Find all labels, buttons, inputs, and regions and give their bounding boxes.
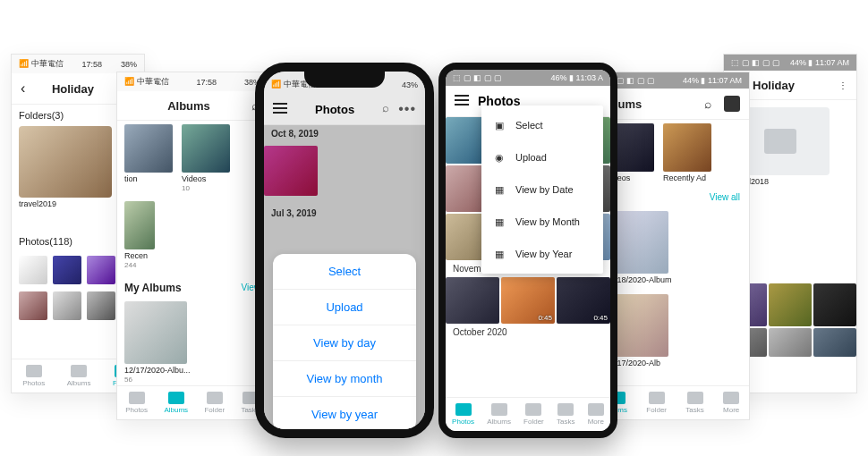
back-icon[interactable]: ‹ [21, 80, 25, 97]
page-title: Albums [167, 99, 210, 113]
photo-thumb[interactable] [769, 283, 812, 326]
menu-select[interactable]: ▣ Select [481, 109, 603, 141]
nav-more[interactable]: More [723, 392, 739, 414]
photo-thumb[interactable] [813, 283, 856, 326]
category-card[interactable]: Recently Ad [663, 123, 711, 183]
bottom-nav: Photos Albums Folder Tasks [117, 385, 268, 419]
photo-thumb[interactable] [19, 256, 47, 284]
nav-photos[interactable]: Photos [22, 365, 45, 387]
page-title: Holiday [52, 82, 94, 96]
status-right: 44% ▮ 11:07 AM [683, 76, 742, 85]
battery-label: 43% [402, 80, 418, 89]
more-icon[interactable]: ••• [398, 101, 416, 117]
photo-thumb[interactable] [53, 256, 81, 284]
nav-albums[interactable]: Albums [487, 403, 511, 426]
photo-thumb[interactable] [813, 328, 856, 357]
viewall-link[interactable]: View all [710, 192, 740, 202]
menu-upload[interactable]: ◉ Upload [481, 141, 603, 173]
notch [304, 72, 385, 88]
search-icon[interactable]: ⌕ [382, 101, 389, 117]
page-title: Holiday [745, 79, 838, 92]
video-thumb[interactable]: 0:45 [501, 277, 555, 324]
grid-icon: ▦ [492, 215, 506, 229]
nav-albums[interactable]: Albums [67, 365, 91, 387]
sheet-view-month[interactable]: View by month [273, 360, 416, 396]
nav-photos[interactable]: Photos [125, 392, 148, 414]
action-sheet: Select Upload View by day View by month … [273, 254, 416, 438]
battery-label: 38% [121, 60, 137, 69]
context-menu: ▣ Select ◉ Upload ▦ View by Date ▦ View … [481, 106, 603, 274]
avatar-icon[interactable] [724, 96, 740, 112]
nav-photos[interactable]: Photos [452, 403, 474, 426]
carrier-label: 📶 中華電信 [124, 76, 169, 88]
photo-thumb[interactable] [446, 277, 499, 324]
sheet-view-year[interactable]: View by year [273, 396, 416, 432]
menu-icon[interactable] [273, 101, 287, 117]
page-title: Photos [315, 103, 354, 116]
category-card[interactable]: Recen 244 [124, 201, 155, 269]
category-card[interactable]: tion [124, 124, 173, 192]
grid-icon: ▦ [492, 247, 506, 261]
sheet-view-day[interactable]: View by day [273, 325, 416, 360]
menu-view-year[interactable]: ▦ View by Year [481, 238, 603, 270]
status-bar: ⬚ ▢ ◧ ▢ ▢ 46% ▮ 11:03 A [446, 70, 610, 86]
category-card[interactable]: Videos 10 [182, 124, 230, 192]
menu-view-date[interactable]: ▦ View by Date [481, 173, 603, 206]
camera-icon: ◉ [492, 150, 506, 165]
photo-thumb[interactable] [19, 291, 47, 320]
carrier-label: 📶 中華電信 [19, 58, 64, 70]
bottom-nav: Photos Albums Folder Tasks More [446, 397, 610, 431]
menu-view-month[interactable]: ▦ View by Month [481, 206, 603, 238]
grid-icon: ▦ [492, 182, 506, 197]
folder-icon [764, 129, 796, 154]
nav-folder[interactable]: Folder [646, 392, 667, 414]
status-right: 46% ▮ 11:03 A [550, 73, 603, 82]
album-card[interactable]: 12/17/2020-Albu... 56 [124, 301, 191, 384]
status-bar: 📶 中華電信 17:58 38% [12, 55, 144, 73]
more-vert-icon[interactable]: ⋮ [838, 80, 847, 90]
status-bar: ⬚ ▢ ◧ ▢ ▢ 44% ▮ 11:07 AM [724, 55, 856, 71]
photo-thumb[interactable] [53, 291, 81, 320]
nav-albums[interactable]: Albums [164, 392, 188, 414]
clock-label: 17:58 [81, 60, 102, 69]
photo-thumb[interactable] [769, 328, 812, 357]
nav-folder[interactable]: Folder [523, 403, 544, 426]
status-icons: ⬚ ▢ ◧ ▢ ▢ [453, 73, 502, 82]
nav-tasks[interactable]: Tasks [685, 392, 703, 414]
nav-bar: lbums ⌕ [599, 89, 749, 120]
status-right: 44% ▮ 11:07 AM [790, 58, 849, 67]
select-icon: ▣ [492, 118, 506, 132]
nav-more[interactable]: More [588, 403, 604, 426]
photo-thumb[interactable] [87, 291, 115, 320]
myalbums-heading: My Albums [124, 282, 182, 294]
nav-bar: Albums ⌕ [117, 91, 268, 121]
bottom-nav: lbums Folder Tasks More [599, 385, 749, 419]
video-duration: 0:45 [593, 314, 608, 322]
nav-folder[interactable]: Folder [204, 392, 225, 414]
nav-bar: Photos ⌕ ••• [264, 94, 425, 125]
status-bar: 📶 中華電信 17:58 38% [117, 72, 268, 91]
video-thumb[interactable]: 0:45 [557, 277, 610, 324]
status-icons: ⬚ ▢ ◧ ▢ ▢ [731, 58, 780, 67]
nav-tasks[interactable]: Tasks [557, 403, 574, 426]
sheet-select[interactable]: Select [273, 254, 416, 289]
status-bar: ⬚ ▢ ◧ ▢ ▢ 44% ▮ 11:07 AM [599, 72, 749, 89]
sheet-upload[interactable]: Upload [273, 289, 416, 325]
clock-label: 17:58 [196, 78, 217, 87]
photo-thumb[interactable] [87, 256, 115, 284]
video-duration: 0:45 [538, 314, 552, 322]
search-icon[interactable]: ⌕ [704, 97, 711, 111]
month-heading: October 2020 [446, 324, 610, 341]
menu-icon[interactable] [455, 93, 469, 109]
